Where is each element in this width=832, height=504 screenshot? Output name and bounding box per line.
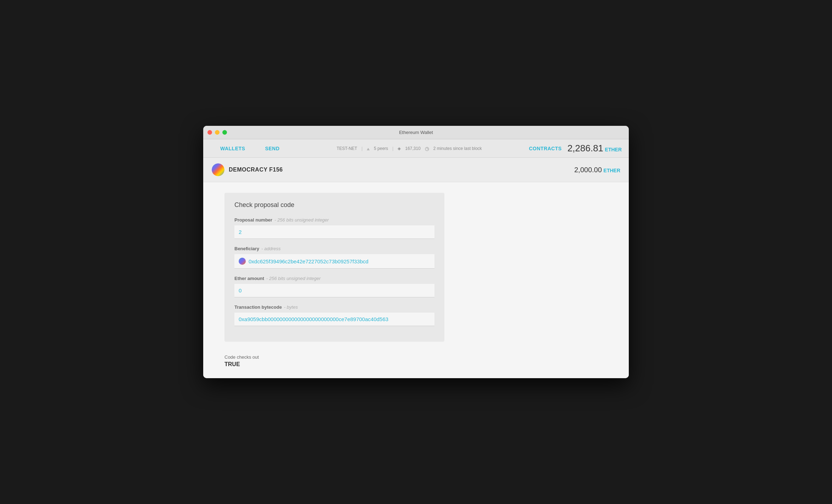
traffic-lights — [207, 130, 227, 135]
nav-contracts[interactable]: CONTRACTS — [529, 146, 561, 151]
ether-amount-label: Ether amount - 256 bits unsigned integer — [234, 276, 434, 281]
blocks-count: 167,310 — [405, 146, 420, 151]
account-name: DEMOCRACY F156 — [229, 167, 283, 173]
nav-wallets[interactable]: WALLETS — [210, 146, 255, 151]
account-info-left: DEMOCRACY F156 — [212, 163, 283, 176]
nav-right: CONTRACTS 2,286.81 ETHER — [529, 143, 622, 154]
time-since-block: 2 minutes since last block — [433, 146, 482, 151]
nav-network-info: TEST-NET | ⟁ 5 peers | ◈ 167,310 ◷ 2 min… — [289, 146, 529, 151]
maximize-button[interactable] — [222, 130, 227, 135]
bytecode-type: - bytes — [284, 304, 298, 310]
page-content: Check proposal code Proposal number - 25… — [203, 182, 629, 378]
navbar: WALLETS SEND TEST-NET | ⟁ 5 peers | ◈ 16… — [203, 139, 629, 158]
nav-balance-unit: ETHER — [605, 147, 622, 152]
account-header: DEMOCRACY F156 2,000.00 ETHER — [203, 158, 629, 182]
account-balance-display: 2,000.00 ETHER — [574, 166, 620, 174]
network-label: TEST-NET — [337, 146, 357, 151]
result-label: Code checks out — [224, 354, 608, 360]
main-content: DEMOCRACY F156 2,000.00 ETHER Check prop… — [203, 158, 629, 378]
proposal-number-value: 2 — [234, 225, 434, 239]
proposal-number-field: Proposal number - 256 bits unsigned inte… — [234, 217, 434, 239]
ether-amount-field: Ether amount - 256 bits unsigned integer… — [234, 276, 434, 297]
nav-balance-amount: 2,286.81 — [567, 143, 603, 153]
card-title: Check proposal code — [234, 201, 434, 209]
minimize-button[interactable] — [215, 130, 220, 135]
beneficiary-field: Beneficiary - address 0xdc625f39496c2be4… — [234, 246, 434, 269]
peers-count: 5 peers — [374, 146, 388, 151]
nav-send[interactable]: SEND — [255, 146, 289, 151]
bytecode-value-display: 0xa9059cbb000000000000000000000000ce7e89… — [234, 313, 434, 326]
account-balance-unit: ETHER — [604, 168, 620, 173]
app-window: Ethereum Wallet WALLETS SEND TEST-NET | … — [203, 126, 629, 378]
ether-amount-type: - 256 bits unsigned integer — [266, 276, 321, 281]
proposal-number-type: - 256 bits unsigned integer — [274, 217, 329, 223]
separator-1: | — [361, 146, 362, 151]
proposal-card: Check proposal code Proposal number - 25… — [224, 193, 444, 342]
avatar-image — [212, 163, 224, 176]
proposal-number-label: Proposal number - 256 bits unsigned inte… — [234, 217, 434, 223]
bytecode-label: Transaction bytecode - bytes — [234, 304, 434, 310]
account-balance-amount: 2,000.00 — [574, 166, 602, 174]
ether-amount-value-display: 0 — [234, 284, 434, 297]
beneficiary-value-display: 0xdc625f39496c2be42e7227052c73b09257f33b… — [234, 254, 434, 269]
beneficiary-avatar — [239, 258, 246, 265]
beneficiary-address: 0xdc625f39496c2be42e7227052c73b09257f33b… — [249, 258, 368, 264]
close-button[interactable] — [207, 130, 212, 135]
peers-icon: ⟁ — [367, 146, 370, 151]
bytecode-value: 0xa9059cbb000000000000000000000000ce7e89… — [239, 316, 388, 322]
separator-2: | — [392, 146, 393, 151]
result-section: Code checks out TRUE — [224, 349, 608, 368]
bytecode-field: Transaction bytecode - bytes 0xa9059cbb0… — [234, 304, 434, 326]
ether-amount-value: 0 — [239, 287, 242, 293]
titlebar: Ethereum Wallet — [203, 126, 629, 139]
blocks-icon: ◈ — [398, 146, 401, 151]
beneficiary-label: Beneficiary - address — [234, 246, 434, 251]
window-title: Ethereum Wallet — [399, 130, 433, 135]
account-avatar — [212, 163, 224, 176]
time-icon: ◷ — [425, 146, 429, 151]
beneficiary-type: - address — [261, 246, 281, 251]
nav-balance-display: 2,286.81 ETHER — [567, 143, 622, 154]
result-value: TRUE — [224, 361, 608, 368]
